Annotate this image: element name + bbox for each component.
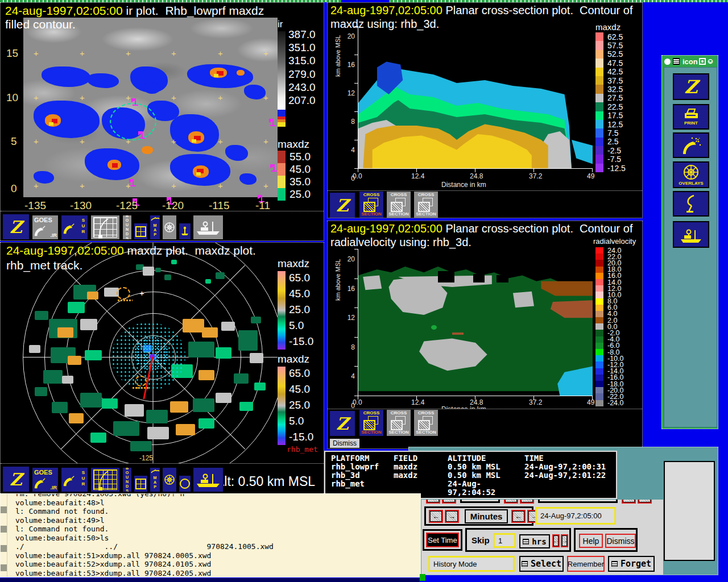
zebra-z-icon: Z	[10, 217, 22, 237]
history-mode-field[interactable]: History Mode	[428, 556, 515, 572]
toolbar-overlay-wheel-button[interactable]	[162, 467, 177, 492]
ir-cloud-core-center	[49, 122, 53, 126]
toolbar-map-button[interactable]: MAP	[150, 467, 160, 492]
dock-ship-button[interactable]	[673, 221, 709, 248]
iconify-icon[interactable]	[699, 58, 706, 65]
latlon-grid-mark: +	[263, 139, 268, 144]
x-tick: 0.0	[353, 398, 362, 406]
toolbar-zebra-button[interactable]: Z	[2, 214, 30, 240]
toolbar-goes-ir-button[interactable]: GOES .IR	[32, 215, 59, 240]
forget-button[interactable]: Forget	[608, 556, 655, 572]
dock-radar-button[interactable]	[673, 191, 709, 217]
cross-section-button[interactable]: CROSS SECTION	[386, 191, 411, 218]
zebra-logo-button[interactable]: Z	[329, 410, 355, 436]
ppi-display[interactable]: +	[1, 243, 278, 465]
cross-section-cube-icon	[418, 416, 434, 430]
toolbar-grid-button[interactable]	[134, 475, 148, 492]
window-list-icon[interactable]	[673, 58, 680, 65]
terminal-scrollbar[interactable]	[1, 494, 7, 577]
ir-cold-cloud	[87, 73, 119, 88]
maxdz-colorbar: 55.045.035.025.0	[278, 151, 311, 201]
terminal-line: volume:beaufait:49>l	[15, 516, 274, 525]
toolbar-radar-grid-button[interactable]	[90, 467, 120, 492]
y-tick-mark	[354, 337, 358, 338]
xsec-velocity-plot[interactable]	[358, 249, 593, 396]
time-step-forward-button[interactable]: →	[442, 500, 456, 504]
window-menu-icon[interactable]	[664, 59, 671, 65]
remember-button[interactable]: Remember	[567, 556, 605, 572]
toolbar-map-button[interactable]: MAP	[150, 215, 160, 240]
toolbar-circle-button[interactable]	[179, 475, 191, 492]
toolbar-ship-button[interactable]	[193, 215, 224, 240]
radar-echo	[29, 345, 40, 353]
cross-section-button[interactable]: CROSS SECTION	[413, 191, 439, 218]
time-step-back-button[interactable]: ←	[504, 500, 518, 504]
help-button[interactable]: Help	[579, 534, 603, 548]
hrs-menu-button[interactable]: hrs	[519, 534, 550, 548]
buoy-icon	[180, 226, 189, 237]
dock-zebra-button[interactable]: Z	[673, 73, 709, 100]
toolbar-surveillance-radar-button[interactable]: SUR	[61, 467, 88, 492]
radar-echo	[170, 401, 188, 413]
ir-cloud-core	[142, 146, 153, 154]
time-step-forward-button[interactable]: →	[520, 500, 534, 504]
dismiss-button[interactable]: Dismiss	[605, 534, 636, 548]
xsec-maxdz-plot[interactable]	[358, 26, 593, 169]
skip-field[interactable]: 1	[493, 533, 516, 548]
set-time-button[interactable]: Set Time	[426, 533, 459, 547]
maximize-icon[interactable]: ⎉	[708, 57, 713, 66]
ir-colorbar-label: ir	[278, 19, 283, 30]
minutes-forward-button[interactable]: →	[445, 510, 459, 523]
toolbar-goes-ir-button[interactable]: GOES .IR	[32, 467, 59, 492]
radar-echo	[52, 402, 68, 413]
menu-icon	[522, 561, 528, 567]
cross-section-button[interactable]: CROSS SECTION	[413, 409, 439, 436]
terminal-window[interactable]: rm: remove 970824.1005.xwd (yes/no)? n v…	[0, 493, 421, 577]
radar-echo	[251, 317, 261, 323]
icon-dock-titlebar[interactable]: icon ⎉	[662, 56, 718, 67]
x-tick: 49	[587, 398, 594, 406]
toolbar-bounds-button[interactable]: BOUNDS	[122, 215, 132, 240]
table-row[interactable]: rhb_3d maxdz 0.50 km MSL 24-Aug-97,2:01:…	[331, 471, 616, 480]
toolbar-buoy-button[interactable]	[179, 223, 191, 240]
cross-section-button-active[interactable]: CROSS SECTION	[359, 191, 384, 218]
skip-back-button[interactable]: ←	[552, 534, 560, 547]
grid-icon	[135, 226, 146, 237]
cross-section-button-active[interactable]: CROSS SECTION	[359, 409, 384, 436]
time-step-forward-button[interactable]: →	[638, 500, 652, 504]
dock-overlays-button[interactable]: OVERLAYS	[673, 161, 709, 188]
time-step-back-button[interactable]: ←	[426, 500, 440, 504]
zebra-logo-button[interactable]: Z	[329, 192, 355, 218]
toolbar-grid-button[interactable]	[134, 223, 148, 240]
toolbar-zebra-button[interactable]: Z	[2, 466, 30, 492]
dismiss-button[interactable]: Dismiss	[329, 438, 360, 448]
dock-print-button[interactable]: PRINT	[673, 104, 709, 130]
ir-window-toolbar: ZGOES .IR SUR BOUNDS MAP	[1, 211, 324, 241]
radar-echo	[176, 424, 195, 435]
time-field[interactable]: 24-Aug-97,2:05:00	[535, 507, 616, 525]
x-tick-mark	[358, 168, 358, 172]
radar-echo	[216, 272, 225, 279]
toolbar-bounds-button[interactable]: BOUNDS	[122, 467, 132, 492]
ir-plot-window: ++++++++++++++++++++++++ 24-aug-1997,02:…	[0, 2, 324, 241]
terminal-line: volume:beaufait:50>ls	[15, 534, 274, 543]
y-tick-mark	[354, 396, 358, 396]
toolbar-overlay-wheel-button[interactable]	[162, 215, 177, 240]
toolbar-ship-button[interactable]	[193, 467, 224, 492]
minutes-back2-button[interactable]: ←	[511, 510, 526, 523]
dock-satellite-button[interactable]	[673, 132, 709, 158]
toolbar-surveillance-radar-button[interactable]: SUR	[61, 215, 88, 240]
time-step-back-button[interactable]: ←	[622, 500, 636, 504]
satellite-image[interactable]: ++++++++++++++++++++++++	[23, 18, 278, 197]
select-button[interactable]: Select	[519, 556, 564, 572]
radar-echo	[43, 370, 63, 384]
y-tick: 10	[6, 92, 18, 104]
x-tick: 37.2	[529, 398, 542, 406]
minutes-back-button[interactable]: ←	[429, 510, 443, 523]
set-time-group: Set Time	[423, 529, 462, 551]
table-row[interactable]: rhb_lowprf maxdz 0.50 km MSL 24-Aug-97,2…	[331, 463, 616, 471]
cross-section-button[interactable]: CROSS SECTION	[386, 409, 411, 436]
toolbar-radar-grid-button[interactable]	[90, 215, 120, 240]
skip-forward-button[interactable]: →	[561, 534, 568, 547]
track-annotation	[133, 387, 150, 389]
